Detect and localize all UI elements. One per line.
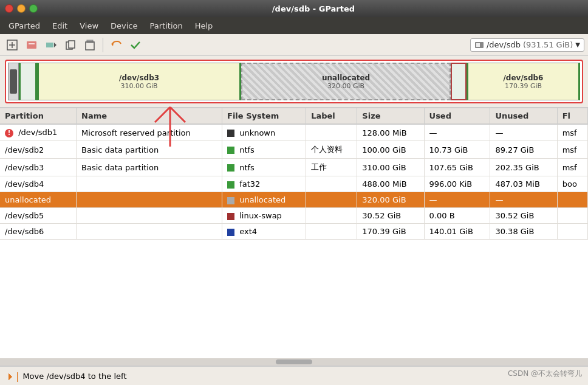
cell-unused: — [490,124,557,141]
disk-partition-unallocated[interactable]: unallocated 320.00 GiB [241,63,451,100]
cell-flags [557,192,587,208]
fs-color-icon [227,213,234,220]
col-label: Label [306,108,357,124]
cell-flags: boo [557,176,587,192]
cell-size: 488.00 MiB [357,176,424,192]
menubar: GParted Edit View Device Partition Help [0,17,588,34]
menu-gparted[interactable]: GParted [2,19,46,33]
cell-label: 个人资料 [306,141,357,159]
disk-partition-sdb5[interactable] [451,63,467,100]
cell-unused: 89.27 GiB [490,141,557,159]
table-row[interactable]: /dev/sdb5 linux-swap 30.52 GiB 0.00 B 30… [0,208,588,224]
col-size: Size [357,108,424,124]
maximize-button[interactable] [29,4,38,13]
cell-label [306,192,357,208]
cell-partition: /dev/sdb2 [0,141,77,159]
cell-flags: msf [557,124,587,141]
cell-flags [557,208,587,224]
disk-partition-sdb3[interactable]: /dev/sdb3 310.00 GiB [37,63,241,100]
cell-size: 128.00 MiB [357,124,424,141]
cell-filesystem: ext4 [222,224,306,240]
sdb6-size: 170.39 GiB [505,82,542,90]
table-row[interactable]: unallocated unallocated 320.00 GiB — — [0,192,588,208]
toolbar: /dev/sdb (931.51 GiB) ▼ [0,34,588,56]
cell-label [306,176,357,192]
cell-name [77,176,222,192]
chevron-down-icon: ▼ [575,41,580,48]
titlebar-title: /dev/sdb - GParted [44,4,583,13]
table-header-row: Partition Name File System Label Size Us… [0,108,588,124]
cell-flags [557,224,587,240]
table-row[interactable]: /dev/sdb2 Basic data partition ntfs 个人资料… [0,141,588,159]
close-button[interactable] [5,4,13,13]
new-button[interactable] [4,36,21,54]
status-message: Move /dev/sdb4 to the left [22,372,126,381]
pending-operations-icon: ⏵| [6,370,19,382]
toolbar-right: /dev/sdb (931.51 GiB) ▼ [470,38,584,52]
cell-unused: 30.38 GiB [490,224,557,240]
cell-used: 140.01 GiB [424,224,490,240]
col-partition: Partition [0,108,77,124]
cell-partition: ! /dev/sdb1 [0,124,77,141]
svg-marker-6 [54,43,56,47]
paste-button[interactable] [81,36,98,54]
cell-size: 100.00 GiB [357,141,424,159]
cell-used: 996.00 KiB [424,176,490,192]
device-label: /dev/sdb [487,40,521,49]
cell-label [306,208,357,224]
cell-unused: 30.52 GiB [490,208,557,224]
device-size: (931.51 GiB) [523,40,573,49]
minimize-button[interactable] [17,4,26,13]
cell-name [77,192,222,208]
sdb3-size: 310.00 GiB [121,82,158,90]
sdb3-name: /dev/sdb3 [119,74,159,82]
cell-partition: unallocated [0,192,77,208]
table-row[interactable]: /dev/sdb6 ext4 170.39 GiB 140.01 GiB 30.… [0,224,588,240]
fs-color-icon [227,197,234,204]
partition-table: Partition Name File System Label Size Us… [0,108,588,358]
cell-label: 工作 [306,159,357,176]
cell-size: 170.39 GiB [357,224,424,240]
apply-button[interactable] [127,36,144,54]
menu-edit[interactable]: Edit [46,19,74,33]
table-row[interactable]: /dev/sdb4 fat32 488.00 MiB 996.00 KiB 48… [0,176,588,192]
menu-view[interactable]: View [74,19,104,33]
cell-used: 107.65 GiB [424,159,490,176]
disk-partition-sdb2[interactable] [19,63,37,100]
fs-color-icon [227,181,234,189]
table-row[interactable]: ! /dev/sdb1 Microsoft reserved partition… [0,124,588,141]
copy-button[interactable] [62,36,79,54]
menu-partition[interactable]: Partition [144,19,189,33]
col-unused: Unused [490,108,557,124]
cell-name [77,224,222,240]
horizontal-scrollbar[interactable] [0,358,588,366]
menu-help[interactable]: Help [189,19,219,33]
cell-partition: /dev/sdb4 [0,176,77,192]
cell-name: Basic data partition [77,159,222,176]
cell-filesystem: fat32 [222,176,306,192]
titlebar: /dev/sdb - GParted [0,0,588,17]
disk-partition-sdb1[interactable] [8,63,19,100]
cell-name: Basic data partition [77,141,222,159]
disk-visual-inner: /dev/sdb3 310.00 GiB unallocated 320.00 … [5,60,583,103]
col-used: Used [424,108,490,124]
cell-flags: msf [557,159,587,176]
undo-button[interactable] [108,36,125,54]
cell-used: 0.00 B [424,208,490,224]
menu-device[interactable]: Device [104,19,143,33]
cell-filesystem: unallocated [222,192,306,208]
cell-filesystem: ntfs [222,141,306,159]
table-row[interactable]: /dev/sdb3 Basic data partition ntfs 工作 3… [0,159,588,176]
cell-partition: /dev/sdb6 [0,224,77,240]
device-selector[interactable]: /dev/sdb (931.51 GiB) ▼ [470,38,584,52]
svg-rect-5 [46,43,53,47]
scrollbar-thumb[interactable] [276,359,312,364]
cell-label [306,124,357,141]
delete-button[interactable] [23,36,40,54]
col-name: Name [77,108,222,124]
svg-rect-13 [476,43,480,47]
disk-visual: /dev/sdb3 310.00 GiB unallocated 320.00 … [0,56,588,108]
resize-button[interactable] [43,36,60,54]
disk-partition-sdb6[interactable]: /dev/sdb6 170.39 GiB [467,63,580,100]
cell-filesystem: unknown [222,124,306,141]
